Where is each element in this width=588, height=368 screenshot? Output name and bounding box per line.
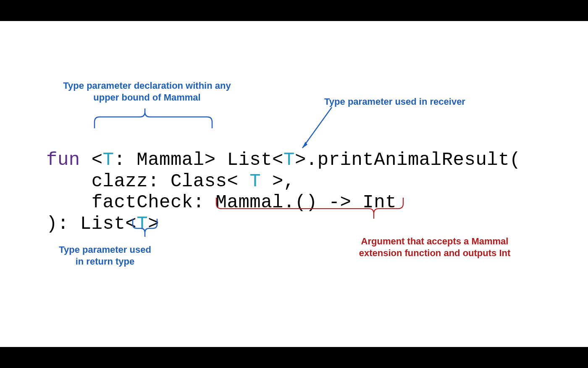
code-block: fun <T: Mammal> List<T>.printAnimalResul…	[46, 149, 521, 234]
brace-top-decl	[94, 109, 212, 128]
annotation-lambda-arg: Argument that accepts a Mammal extension…	[357, 236, 512, 259]
angle-close-1: >	[205, 149, 227, 170]
annotation-type-param-decl: Type parameter declaration within any up…	[55, 80, 239, 103]
close-return: ): List<	[46, 213, 136, 234]
annotation-receiver: Type parameter used in receiver	[319, 96, 470, 108]
angle-close-3: >	[148, 213, 159, 234]
type-param-receiver: T	[284, 149, 295, 170]
angle-open-1: <	[92, 149, 103, 170]
annotation-return: Type parameter used in return type	[46, 244, 164, 267]
type-param-return: T	[136, 213, 148, 234]
annotation-line: Type parameter used in receiver	[319, 96, 470, 108]
arrow-receiver-line	[302, 107, 332, 148]
receiver-list: List<	[227, 149, 284, 170]
indent-2	[46, 192, 92, 213]
diagram-stage: fun <T: Mammal> List<T>.printAnimalResul…	[0, 21, 588, 347]
angle-close-comma: >,	[261, 171, 295, 192]
method-name: .printAnimalResult(	[306, 149, 521, 170]
indent-1	[46, 171, 92, 192]
type-param-class: T	[249, 171, 261, 192]
annotation-line: Argument that accepts a Mammal	[357, 236, 512, 247]
annotation-line: Type parameter declaration within any	[55, 80, 239, 92]
type-bound: : Mammal	[114, 149, 204, 170]
param-factcheck: factCheck: Mammal.() -> Int	[92, 192, 396, 213]
annotation-line: Type parameter used	[46, 244, 164, 256]
param-clazz: clazz: Class<	[92, 171, 250, 192]
angle-close-2: >	[295, 149, 306, 170]
brace-bottom-return-stem	[105, 237, 145, 243]
annotation-line: in return type	[46, 256, 164, 267]
keyword-fun: fun	[46, 149, 92, 170]
type-param-decl: T	[103, 149, 114, 170]
arrow-receiver-head	[302, 142, 307, 148]
annotation-line: upper bound of Mammal	[55, 92, 239, 103]
annotation-line: extension function and outputs Int	[357, 247, 512, 259]
